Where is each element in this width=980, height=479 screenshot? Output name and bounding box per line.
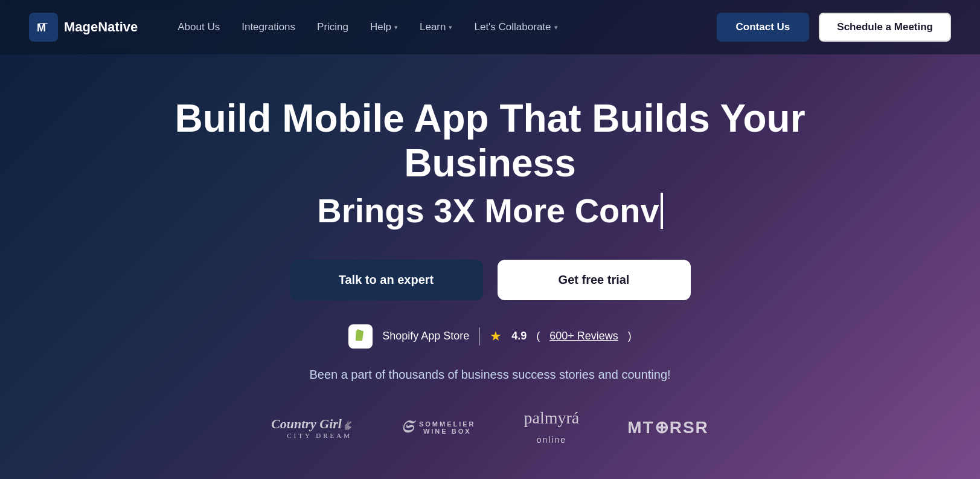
nav-item-pricing[interactable]: Pricing (306, 16, 359, 38)
chevron-down-icon: ▾ (554, 24, 558, 31)
chevron-down-icon: ▾ (449, 24, 452, 31)
page-wrapper: M MageNative About Us Integrations Prici… (0, 0, 980, 479)
hero-title-line2: Brings 3X More Conv (317, 191, 662, 230)
review-paren-open: ( (536, 330, 540, 342)
nav-item-about[interactable]: About Us (167, 16, 231, 38)
divider (479, 327, 480, 346)
nav-item-collaborate[interactable]: Let's Collaborate ▾ (463, 16, 568, 38)
nav-item-integrations[interactable]: Integrations (231, 16, 306, 38)
reviews-link[interactable]: 600+ Reviews (549, 330, 618, 342)
review-paren-close: ) (628, 330, 632, 342)
logo-icon: M (29, 13, 58, 42)
nav-actions: Contact Us Schedule a Meeting (717, 13, 951, 42)
hero-section: Build Mobile App That Builds Your Busine… (0, 54, 980, 479)
nav-links: About Us Integrations Pricing Help ▾ Lea… (167, 16, 716, 38)
talk-to-expert-button[interactable]: Talk to an expert (290, 260, 483, 300)
shopify-icon (348, 324, 373, 349)
logo-text: MageNative (64, 19, 138, 35)
get-free-trial-button[interactable]: Get free trial (498, 260, 691, 300)
hero-buttons: Talk to an expert Get free trial (290, 260, 691, 300)
text-cursor (661, 193, 663, 229)
brand-motorsr: MT⊕RSR (627, 417, 709, 437)
svg-rect-2 (39, 23, 48, 24)
logo-link[interactable]: M MageNative (29, 13, 138, 42)
hero-title-line1: Build Mobile App That Builds Your Busine… (128, 97, 853, 185)
brand-sommelier: 𝔖 SOMMELIER WINE BOX (400, 417, 476, 437)
brand-logos: Country Girl🐇 CITY DREAM 𝔖 SOMMELIER WIN… (242, 408, 738, 447)
contact-us-button[interactable]: Contact Us (717, 13, 810, 42)
shopify-store-label: Shopify App Store (382, 330, 469, 342)
star-icon: ★ (490, 329, 502, 344)
navbar: M MageNative About Us Integrations Prici… (0, 0, 980, 54)
nav-item-learn[interactable]: Learn ▾ (409, 16, 463, 38)
chevron-down-icon: ▾ (394, 24, 398, 31)
shopify-badge: Shopify App Store ★ 4.9 (600+ Reviews) (348, 324, 632, 349)
nav-item-help[interactable]: Help ▾ (359, 16, 409, 38)
schedule-meeting-button[interactable]: Schedule a Meeting (819, 13, 951, 42)
brand-country-girl: Country Girl🐇 CITY DREAM (271, 416, 352, 439)
rating-value: 4.9 (511, 330, 527, 342)
brand-palmyra: palmyráonline (524, 408, 580, 447)
hero-tagline: Been a part of thousands of business suc… (309, 368, 670, 382)
